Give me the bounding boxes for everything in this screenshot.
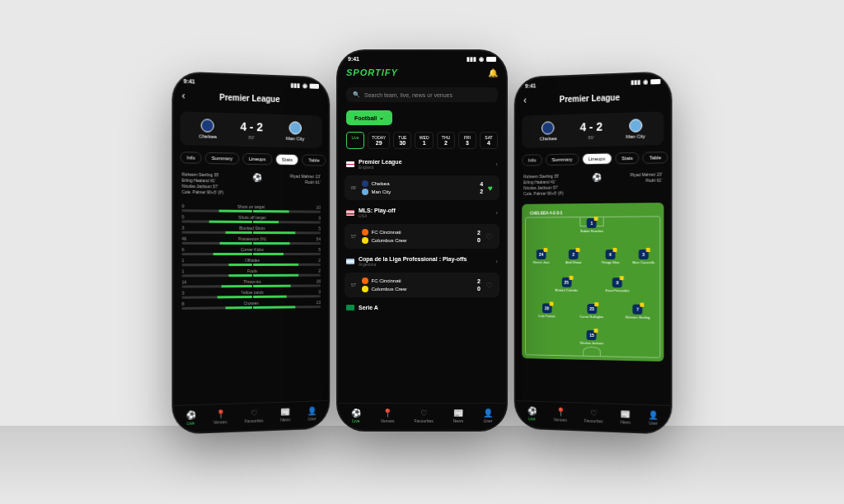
tab-summary[interactable]: Summary <box>546 153 579 166</box>
nav-live[interactable]: ⚽Live <box>528 406 537 421</box>
date-chip[interactable]: FRI3 <box>458 132 476 149</box>
player-marker[interactable]: 24Reece Jazz <box>533 250 550 264</box>
bottom-nav: ⚽Live📍Venues♡Favourites📰News👤User <box>516 400 671 433</box>
search-input[interactable]: 🔍 Search team, live, news or venues <box>346 87 498 102</box>
tab-info[interactable]: Info <box>181 152 202 164</box>
nav-user[interactable]: 👤User <box>483 408 493 423</box>
nav-icon: 📍 <box>556 408 565 417</box>
date-chip[interactable]: THU2 <box>437 132 455 149</box>
nav-favourites[interactable]: ♡Favourites <box>584 408 603 424</box>
nav-user[interactable]: 👤User <box>649 410 659 426</box>
tab-stats[interactable]: Stats <box>275 154 299 166</box>
date-chip[interactable]: TODAY29 <box>368 132 390 149</box>
team-logo-home <box>542 121 554 134</box>
signal-icon: ▮▮▮ <box>467 56 476 63</box>
tab-table[interactable]: Table <box>643 152 668 164</box>
goal-event: Erling Haaland 41' <box>523 180 563 185</box>
player-marker[interactable]: 23Conor Gallagher <box>580 304 604 319</box>
team-logo-icon <box>362 180 368 187</box>
tab-lineups[interactable]: Lineups <box>242 153 272 166</box>
tab-info[interactable]: Info <box>522 154 542 166</box>
goal-event: Riyad Mahrez 23' <box>631 172 663 178</box>
league-header[interactable]: Copa de la Liga Professional : Play-offs… <box>338 251 506 270</box>
flag-icon <box>346 161 354 167</box>
stat-row: 9Shots on target10 <box>182 203 321 213</box>
back-icon[interactable]: ‹ <box>523 95 527 106</box>
nav-favourites[interactable]: ♡Favourites <box>414 408 433 423</box>
nav-news[interactable]: 📰News <box>453 408 464 423</box>
stat-row: 3Yellow cards3 <box>182 289 321 298</box>
stat-row: 14Throw-ins18 <box>182 279 321 288</box>
favourite-icon[interactable]: ♥ <box>488 184 493 193</box>
goal-event: Rodri 61' <box>290 180 321 185</box>
player-marker[interactable]: 1Robert Sanchez <box>580 217 603 232</box>
player-marker[interactable]: 25Moises Caicedo <box>555 278 578 292</box>
ball-icon: ⚽ <box>592 173 602 195</box>
player-marker[interactable]: 3Marc Cucurella <box>632 250 654 264</box>
fixture-row[interactable]: 89' Chelsea Man City 42 ♥ <box>345 175 499 200</box>
nav-icon: 📰 <box>453 408 463 418</box>
team-logo-icon <box>362 278 368 284</box>
nav-news[interactable]: 📰News <box>280 407 290 422</box>
nav-news[interactable]: 📰News <box>621 409 631 425</box>
date-chip[interactable]: Live <box>346 132 364 149</box>
player-marker[interactable]: 15Nicolas Jackson <box>580 330 603 346</box>
signal-icon: ▮▮▮ <box>631 79 640 86</box>
nav-venues[interactable]: 📍Venues <box>554 407 567 422</box>
nav-favourites[interactable]: ♡Favourites <box>245 408 264 424</box>
stat-row: 46Possession (%)54 <box>182 236 321 245</box>
date-chip[interactable]: SAT4 <box>480 132 498 149</box>
player-marker[interactable]: 8Enzo Fernandez <box>606 278 630 292</box>
favourite-icon[interactable]: ♡ <box>485 281 493 290</box>
nav-icon: 📰 <box>621 409 631 418</box>
goal-event: Cole. Palmer 90+5' (P) <box>182 189 224 195</box>
nav-venues[interactable]: 📍Venues <box>381 408 395 423</box>
status-bar: 9:41 ▮▮▮◉ <box>338 51 506 64</box>
stat-row: 8Crosses13 <box>182 300 321 310</box>
nav-icon: 👤 <box>307 406 316 415</box>
sport-filter-pill[interactable]: Football⌄ <box>346 110 392 125</box>
tab-stats[interactable]: Stats <box>615 152 639 165</box>
bell-icon[interactable]: 🔔 <box>488 68 498 77</box>
player-marker[interactable]: 6Thiago Silva <box>602 250 620 264</box>
back-icon[interactable]: ‹ <box>182 90 185 101</box>
tab-table[interactable]: Table <box>302 154 326 166</box>
battery-icon <box>486 57 496 62</box>
tab-lineups[interactable]: Lineups <box>582 152 612 165</box>
fixture-row[interactable]: 57' FC Cincinnati Columbus Crew 20 ♡ <box>345 273 499 297</box>
nav-icon: ♡ <box>420 408 428 418</box>
stat-row: 1Offsides2 <box>182 258 321 266</box>
goal-event: Raheem Sterling 35' <box>182 172 224 178</box>
nav-live[interactable]: ⚽Live <box>185 410 195 426</box>
nav-live[interactable]: ⚽Live <box>351 408 361 423</box>
goal-event: Raheem Sterling 35' <box>523 174 563 180</box>
player-marker[interactable]: 20Cole Palmer <box>538 303 556 318</box>
nav-icon: ♡ <box>590 408 598 418</box>
nav-icon: ⚽ <box>185 410 195 420</box>
app-logo[interactable]: SPORTIFY <box>346 68 398 77</box>
nav-icon: 📍 <box>382 408 392 418</box>
player-marker[interactable]: 7Raheem Sterling <box>626 305 650 320</box>
goal-event: Riyad Mahrez 23' <box>290 174 321 180</box>
tab-summary[interactable]: Summary <box>205 152 239 165</box>
nav-venues[interactable]: 📍Venues <box>213 409 227 425</box>
league-header[interactable]: MLS: Play-offUSA › <box>338 203 506 222</box>
date-chip[interactable]: WED1 <box>415 132 434 149</box>
flag-icon <box>346 305 354 310</box>
goal-event: Erling Haaland 41' <box>182 178 224 184</box>
fixture-row[interactable]: 57' FC Cincinnati Columbus Crew 20 ♡ <box>345 224 499 249</box>
stat-row: 5Shots off target3 <box>182 214 321 223</box>
league-header[interactable]: Premier LeagueEngland › <box>338 154 506 173</box>
battery-icon <box>310 84 319 89</box>
lineup-pitch: CHELSEA 4-2-3-1 1Robert Sanchez 24Reece … <box>522 203 663 362</box>
wifi-icon: ◉ <box>479 56 484 63</box>
team-logo-icon <box>362 237 368 244</box>
goal-events: Raheem Sterling 35'Erling Haaland 41'Nic… <box>174 166 329 201</box>
player-marker[interactable]: 2Axel Disasi <box>565 250 581 264</box>
nav-icon: ⚽ <box>528 406 537 415</box>
date-chip[interactable]: TUE30 <box>393 132 411 149</box>
chevron-down-icon: ⌄ <box>379 114 384 121</box>
league-header[interactable]: Serie A <box>338 300 506 314</box>
favourite-icon[interactable]: ♡ <box>485 232 493 241</box>
nav-user[interactable]: 👤User <box>307 406 316 421</box>
